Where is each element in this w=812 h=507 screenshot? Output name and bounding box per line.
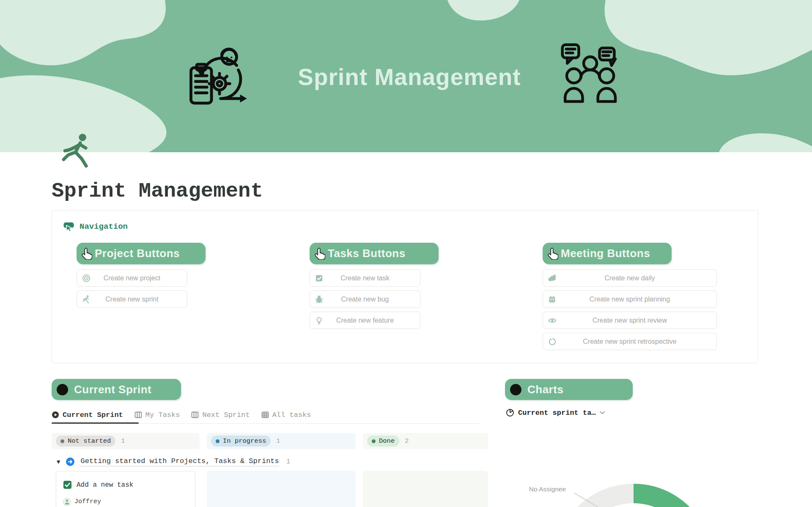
eye-icon	[548, 316, 557, 325]
navigation-header: Navigation	[63, 221, 128, 232]
active-tab-underline	[52, 422, 139, 424]
meeting-buttons-header: Meeting Buttons	[543, 243, 672, 264]
tab-next-sprint[interactable]: Next Sprint	[191, 411, 250, 419]
tab-my-tasks[interactable]: My Tasks	[134, 411, 180, 419]
create-new-bug-button[interactable]: Create new bug	[310, 290, 420, 308]
undo-arrow-icon	[548, 337, 556, 345]
checkbox-icon	[315, 274, 323, 282]
target-icon	[82, 274, 91, 282]
chart-selector-dropdown[interactable]: Current sprint ta…	[506, 408, 605, 417]
assignee-name: Joffrey	[74, 498, 101, 505]
status-dot	[216, 439, 219, 443]
status-dot	[60, 439, 64, 443]
runner-icon	[82, 295, 91, 304]
group-title: Tasks Buttons	[328, 247, 406, 260]
group-title: Meeting Buttons	[561, 247, 650, 260]
cursor-click-icon	[63, 221, 74, 232]
collapse-toggle-icon[interactable]: ▼	[57, 459, 60, 465]
create-new-project-button[interactable]: Create new project	[77, 269, 187, 287]
create-new-daily-button[interactable]: Create new daily	[543, 269, 717, 287]
person-avatar-icon	[63, 498, 71, 506]
status-badge-in-progress[interactable]: In progress	[211, 436, 271, 447]
column-header-not-started: Not started 1	[52, 433, 200, 449]
column-count: 1	[121, 437, 125, 445]
column-body-in-progress	[207, 471, 356, 507]
page-icon-runner[interactable]	[60, 133, 94, 168]
bulb-icon	[315, 316, 323, 324]
tab-current-sprint[interactable]: Current Sprint	[52, 411, 123, 419]
column-body-done	[363, 471, 488, 507]
project-buttons-header: Project Buttons	[77, 243, 206, 264]
create-new-sprint-planning-button[interactable]: Create new sprint planning	[543, 290, 717, 308]
navigation-panel: Navigation Project Buttons Create new pr…	[52, 210, 758, 363]
donut-slice-label: No Assignee	[529, 485, 566, 493]
column-header-done: Done 2	[363, 433, 488, 449]
status-badge-not-started[interactable]: Not started	[56, 436, 115, 447]
task-title: Add a new task	[77, 481, 133, 489]
cover-title: Sprint Management	[291, 63, 528, 90]
charts-section-header: Charts	[505, 379, 633, 400]
board-view-tabs: Current Sprint My Tasks Next Sprint All …	[52, 408, 311, 422]
black-circle-icon	[510, 384, 521, 395]
scrum-sprint-icon	[185, 41, 254, 110]
hand-pointer-icon	[81, 247, 92, 260]
column-count: 1	[276, 437, 280, 445]
page-cover: Sprint Management	[0, 0, 812, 152]
hand-pointer-icon	[547, 247, 558, 260]
tab-all-tasks[interactable]: All tasks	[261, 411, 311, 419]
create-new-sprint-retrospective-button[interactable]: Create new sprint retrospective	[543, 333, 717, 350]
sun-cloud-icon	[548, 274, 557, 282]
task-card[interactable]: Add a new task Joffrey	[56, 471, 195, 507]
status-badge-done[interactable]: Done	[367, 436, 399, 447]
column-count: 2	[405, 437, 409, 445]
team-meeting-icon	[559, 41, 625, 107]
sprint-page-link[interactable]: Getting started with Projects, Tasks & S…	[80, 457, 279, 466]
pie-chart-icon	[506, 408, 514, 417]
label-leader-line	[571, 490, 613, 507]
current-sprint-section-header: Current Sprint	[52, 379, 181, 400]
create-new-sprint-review-button[interactable]: Create new sprint review	[543, 312, 717, 329]
navigation-label: Navigation	[80, 222, 128, 231]
checked-checkbox-icon[interactable]	[63, 480, 72, 489]
board-icon	[191, 411, 199, 419]
create-new-feature-button[interactable]: Create new feature	[310, 312, 420, 329]
bug-icon	[315, 295, 323, 303]
play-circle-icon	[52, 411, 59, 419]
table-icon	[261, 411, 269, 419]
group-title: Project Buttons	[95, 247, 180, 260]
hand-pointer-icon	[314, 247, 325, 260]
black-circle-icon	[57, 384, 68, 395]
board-icon	[134, 411, 142, 419]
sprint-group-row: ▼ Getting started with Projects, Tasks &…	[57, 455, 290, 469]
status-dot	[372, 439, 376, 443]
running-person-icon	[60, 133, 94, 168]
sprint-management-page: Sprint Management Sprint Managem	[0, 0, 812, 507]
group-count: 1	[286, 458, 291, 466]
column-header-in-progress: In progress 1	[207, 433, 356, 449]
chevron-down-icon	[600, 411, 605, 414]
create-new-task-button[interactable]: Create new task	[310, 269, 420, 287]
create-new-sprint-button[interactable]: Create new sprint	[77, 290, 187, 308]
page-title[interactable]: Sprint Management	[52, 179, 263, 203]
calendar-icon	[548, 295, 556, 303]
tasks-buttons-header: Tasks Buttons	[310, 243, 439, 264]
blue-arrow-circle-icon	[66, 457, 75, 466]
